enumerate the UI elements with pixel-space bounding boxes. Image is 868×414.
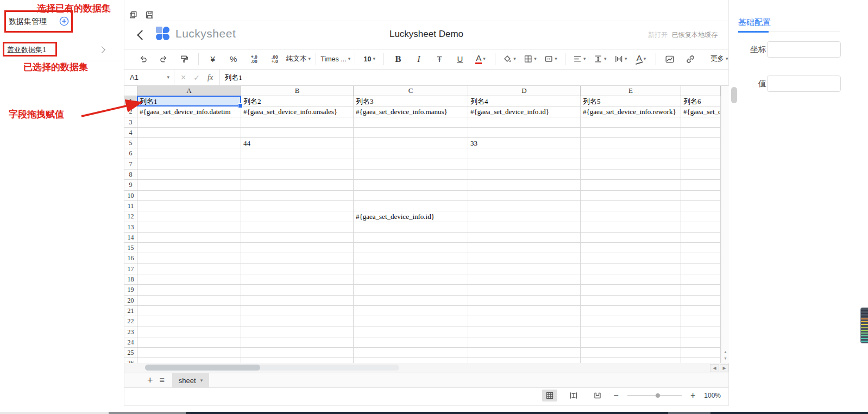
cell[interactable] <box>681 201 721 211</box>
cell[interactable]: 33 <box>468 138 581 148</box>
underline-button[interactable]: U <box>451 52 469 66</box>
redo-button[interactable] <box>155 52 172 66</box>
cell[interactable] <box>137 233 241 243</box>
cell[interactable] <box>468 117 581 128</box>
row-header[interactable]: 21 <box>124 306 137 316</box>
cell[interactable] <box>681 264 721 274</box>
cell[interactable]: #{gaea_set_device_info.id} <box>354 211 468 222</box>
cell[interactable] <box>581 170 681 180</box>
cell[interactable] <box>354 296 468 306</box>
print-layout-button[interactable] <box>590 390 605 402</box>
cell[interactable] <box>137 316 241 327</box>
cell[interactable] <box>681 327 721 337</box>
sheet-tab[interactable]: sheet▾ <box>172 373 209 387</box>
coordinate-input[interactable] <box>767 41 841 58</box>
format-painter-button[interactable] <box>175 52 193 66</box>
cell[interactable] <box>354 348 468 358</box>
cell[interactable] <box>241 253 354 264</box>
cell[interactable] <box>354 148 468 159</box>
currency-format-button[interactable]: ¥ <box>204 52 222 66</box>
cell[interactable] <box>354 264 468 274</box>
cell[interactable]: #{gaea_set_device_info.rework} <box>581 106 681 117</box>
cell[interactable] <box>241 348 354 358</box>
cell[interactable] <box>241 337 354 348</box>
column-header[interactable]: C <box>354 86 468 96</box>
browser-edge-widget[interactable] <box>860 308 868 343</box>
row-header[interactable]: 12 <box>124 211 137 222</box>
row-header[interactable]: 1 <box>124 96 137 106</box>
horizontal-scrollbar-track[interactable] <box>145 365 399 371</box>
cell[interactable] <box>354 117 468 128</box>
cell[interactable]: 列名4 <box>468 96 581 106</box>
cell[interactable] <box>681 358 721 363</box>
cell[interactable] <box>137 296 241 306</box>
cell[interactable] <box>681 274 721 285</box>
cell[interactable] <box>681 306 721 316</box>
row-header[interactable]: 18 <box>124 274 137 285</box>
cell[interactable] <box>581 233 681 243</box>
row-header[interactable]: 17 <box>124 264 137 274</box>
cell[interactable] <box>241 148 354 159</box>
row-header[interactable]: 22 <box>124 316 137 327</box>
row-header[interactable]: 5 <box>124 138 137 148</box>
add-dataset-icon[interactable] <box>59 16 69 26</box>
selected-cell[interactable]: 列名1 <box>137 96 241 106</box>
cell[interactable]: #{gaea_set_device_info.id} <box>468 106 581 117</box>
cell[interactable] <box>581 222 681 233</box>
cell[interactable] <box>241 170 354 180</box>
cell[interactable] <box>241 211 354 222</box>
cell[interactable] <box>681 348 721 358</box>
row-header[interactable]: 9 <box>124 180 137 190</box>
cell[interactable] <box>468 243 581 253</box>
cell[interactable] <box>681 191 721 201</box>
cell[interactable] <box>354 138 468 148</box>
cell[interactable] <box>468 296 581 306</box>
cell[interactable] <box>354 358 468 363</box>
grid-view-button[interactable] <box>542 390 557 402</box>
cell[interactable] <box>137 191 241 201</box>
cell[interactable] <box>581 296 681 306</box>
cell[interactable] <box>137 170 241 180</box>
cell[interactable] <box>468 316 581 327</box>
column-header[interactable]: E <box>581 86 681 96</box>
cell[interactable] <box>137 128 241 138</box>
cell[interactable] <box>241 296 354 306</box>
cell[interactable] <box>681 296 721 306</box>
cell[interactable] <box>581 138 681 148</box>
cell[interactable] <box>468 264 581 274</box>
cell[interactable] <box>581 253 681 264</box>
cell[interactable] <box>241 180 354 190</box>
cell[interactable] <box>137 285 241 295</box>
cell[interactable] <box>468 159 581 170</box>
cell[interactable] <box>137 243 241 253</box>
row-header[interactable]: 6 <box>124 148 137 159</box>
formula-confirm-icon[interactable]: ✓ <box>193 73 200 82</box>
tab-basic-config[interactable]: 基础配置 <box>738 17 771 28</box>
save-icon[interactable] <box>145 10 154 20</box>
zoom-slider-handle[interactable] <box>656 393 660 398</box>
cell[interactable] <box>241 191 354 201</box>
cell[interactable] <box>681 148 721 159</box>
vertical-scrollbar[interactable]: ▲ ▼ <box>721 86 729 363</box>
page-break-view-button[interactable] <box>566 390 581 402</box>
cell[interactable] <box>354 128 468 138</box>
row-header[interactable]: 8 <box>124 170 137 180</box>
row-header[interactable]: 25 <box>124 348 137 358</box>
formula-cancel-icon[interactable]: × <box>181 73 186 83</box>
text-wrap-button[interactable]: ▾ <box>612 52 630 66</box>
cell[interactable] <box>581 180 681 190</box>
cell[interactable] <box>354 159 468 170</box>
cell[interactable] <box>581 358 681 363</box>
cell[interactable] <box>354 316 468 327</box>
cell[interactable] <box>241 128 354 138</box>
cell[interactable] <box>468 306 581 316</box>
cell[interactable] <box>241 222 354 233</box>
cell[interactable] <box>468 274 581 285</box>
cell[interactable] <box>354 170 468 180</box>
cell[interactable] <box>681 117 721 128</box>
cell[interactable] <box>681 211 721 222</box>
scroll-left-button[interactable]: ◀ <box>710 364 719 372</box>
cell[interactable] <box>581 285 681 295</box>
cell[interactable] <box>468 348 581 358</box>
cell[interactable] <box>581 159 681 170</box>
